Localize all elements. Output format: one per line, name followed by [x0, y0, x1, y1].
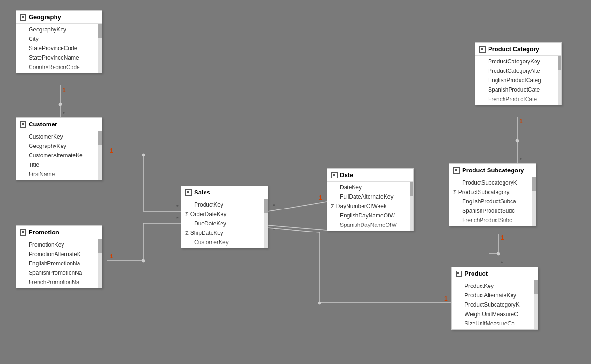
- field-name: ProductCategoryAlte: [488, 68, 540, 74]
- table-body-productsubcategory: ProductSubcategoryKΣProductSubcategory.E…: [449, 177, 536, 226]
- field-name: SpanishProductCate: [488, 86, 540, 93]
- field-name: DueDateKey: [194, 220, 226, 227]
- field-name: SpanishPromotionNa: [29, 270, 82, 276]
- scrollbar[interactable]: [98, 239, 102, 288]
- field-name: PromotionAlternateK: [29, 251, 81, 257]
- field-name: EnglishProductSubca: [462, 198, 516, 205]
- table-header-productsubcategory: Product Subcategory: [449, 164, 536, 177]
- scrollbar-thumb[interactable]: [532, 177, 536, 191]
- scrollbar-thumb[interactable]: [98, 24, 102, 38]
- diagram-canvas: 1 * 1 * 1 * * 1 * 1 * 1 * 1: [0, 0, 591, 364]
- svg-point-2: [59, 103, 62, 106]
- svg-text:1: 1: [520, 118, 523, 124]
- table-productcategory[interactable]: Product CategoryProductCategoryKeyProduc…: [475, 42, 562, 105]
- table-field-row: PromotionAlternateK: [16, 249, 102, 259]
- table-field-row: City: [16, 34, 102, 44]
- scrollbar[interactable]: [534, 280, 538, 329]
- svg-text:1: 1: [501, 234, 504, 241]
- svg-text:1: 1: [110, 147, 113, 154]
- table-header-sales: Sales: [181, 186, 268, 199]
- svg-text:*: *: [501, 260, 503, 267]
- svg-text:1: 1: [110, 253, 113, 260]
- table-customer[interactable]: CustomerCustomerKeyGeographyKeyCustomerA…: [16, 117, 102, 180]
- table-grid-icon: [20, 121, 26, 128]
- svg-point-20: [497, 252, 500, 255]
- table-header-date: Date: [327, 169, 413, 182]
- field-name: ProductSubcategoryK: [462, 179, 517, 186]
- svg-point-17: [516, 139, 519, 142]
- scrollbar-thumb[interactable]: [98, 239, 102, 253]
- table-grid-icon: [331, 172, 338, 178]
- table-title-productcategory: Product Category: [488, 46, 539, 53]
- scrollbar[interactable]: [410, 182, 413, 231]
- fade-bottom: [16, 281, 98, 288]
- scrollbar-thumb[interactable]: [534, 280, 538, 294]
- table-field-row: EnglishProductSubca: [449, 197, 536, 206]
- scrollbar-thumb[interactable]: [264, 199, 268, 213]
- table-field-row: EnglishProductCateg: [475, 76, 561, 85]
- table-promotion[interactable]: PromotionPromotionKeyPromotionAlternateK…: [16, 225, 102, 288]
- field-name: GeographyKey: [29, 143, 66, 149]
- scrollbar-thumb[interactable]: [558, 56, 561, 70]
- svg-text:*: *: [520, 157, 522, 163]
- fade-bottom: [16, 66, 98, 73]
- field-name: StateProvinceName: [29, 54, 79, 61]
- table-geography[interactable]: GeographyGeographyKeyCityStateProvinceCo…: [16, 10, 102, 73]
- svg-text:1: 1: [319, 194, 322, 201]
- table-field-row: ΣProductSubcategory.: [449, 187, 536, 197]
- field-name: City: [29, 36, 39, 42]
- table-header-geography: Geography: [16, 11, 102, 24]
- table-field-row: StateProvinceCode: [16, 44, 102, 53]
- field-name: OrderDateKey: [190, 211, 227, 217]
- field-name: CustomerAlternateKe: [29, 152, 83, 159]
- field-name: ShipDateKey: [190, 230, 223, 236]
- table-header-customer: Customer: [16, 118, 102, 131]
- field-name: DayNumberOfWeek: [336, 203, 386, 209]
- field-name: ProductSubcategory.: [458, 189, 511, 195]
- table-field-row: FullDateAlternateKey: [327, 192, 413, 201]
- scrollbar[interactable]: [264, 199, 268, 248]
- scrollbar[interactable]: [532, 177, 536, 226]
- field-name: Title: [29, 162, 39, 168]
- fade-bottom: [475, 98, 558, 105]
- table-field-row: PromotionKey: [16, 240, 102, 249]
- field-name: ProductCategoryKey: [488, 58, 540, 65]
- table-field-row: StateProvinceName: [16, 53, 102, 62]
- table-productsubcategory[interactable]: Product SubcategoryProductSubcategoryKΣP…: [449, 163, 536, 226]
- fade-bottom: [449, 219, 532, 226]
- table-product[interactable]: ProductProductKeyProductAlternateKeyProd…: [451, 267, 538, 330]
- sigma-icon: Σ: [185, 211, 189, 217]
- scrollbar-thumb[interactable]: [98, 131, 102, 145]
- svg-point-5: [142, 154, 145, 156]
- field-name: ProductKey: [465, 283, 494, 289]
- table-field-row: ProductKey: [452, 281, 538, 291]
- table-header-product: Product: [452, 267, 538, 280]
- field-name: StateProvinceCode: [29, 45, 77, 52]
- field-name: ProductAlternateKey: [465, 292, 516, 299]
- table-body-date: DateKeyFullDateAlternateKeyΣDayNumberOfW…: [327, 182, 413, 231]
- table-field-row: SpanishProductSubc: [449, 206, 536, 216]
- table-title-customer: Customer: [29, 121, 57, 128]
- table-title-productsubcategory: Product Subcategory: [462, 167, 524, 174]
- svg-text:*: *: [176, 204, 179, 210]
- table-grid-icon: [20, 229, 26, 236]
- field-name: SpanishProductSubc: [462, 208, 515, 214]
- table-title-sales: Sales: [194, 189, 210, 196]
- table-field-row: ProductSubcategoryK: [452, 300, 538, 310]
- scrollbar[interactable]: [98, 24, 102, 73]
- table-grid-icon: [456, 271, 462, 277]
- scrollbar-thumb[interactable]: [410, 182, 413, 196]
- table-field-row: ProductAlternateKey: [452, 291, 538, 300]
- scrollbar[interactable]: [98, 131, 102, 180]
- table-grid-icon: [20, 14, 26, 21]
- table-title-date: Date: [340, 171, 353, 178]
- field-name: WeightUnitMeasureC: [465, 311, 518, 318]
- table-sales[interactable]: SalesProductKeyΣOrderDateKeyDueDateKeyΣS…: [181, 186, 268, 248]
- field-name: EnglishProductCateg: [488, 77, 541, 84]
- table-body-promotion: PromotionKeyPromotionAlternateKEnglishPr…: [16, 239, 102, 288]
- field-name: DateKey: [340, 184, 362, 191]
- table-body-productcategory: ProductCategoryKeyProductCategoryAlteEng…: [475, 56, 561, 105]
- table-date[interactable]: DateDateKeyFullDateAlternateKeyΣDayNumbe…: [327, 168, 414, 231]
- svg-text:*: *: [63, 111, 65, 117]
- scrollbar[interactable]: [558, 56, 561, 105]
